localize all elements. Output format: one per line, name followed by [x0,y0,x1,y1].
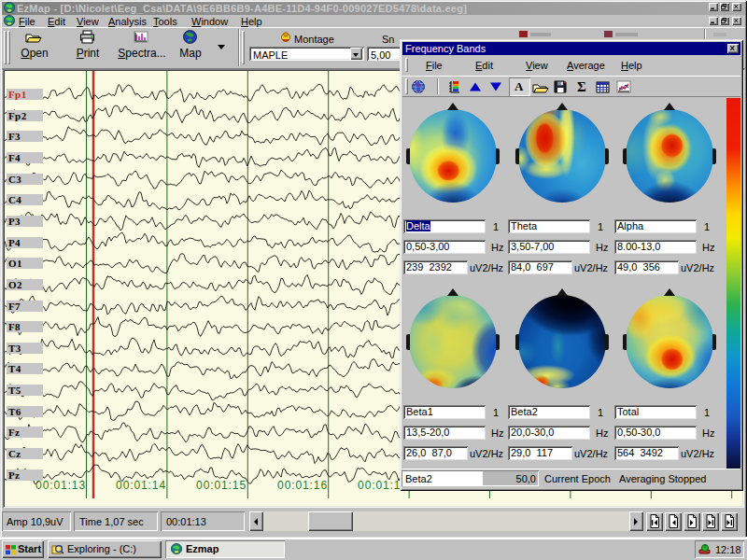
svg-text:Σ: Σ [577,79,586,94]
